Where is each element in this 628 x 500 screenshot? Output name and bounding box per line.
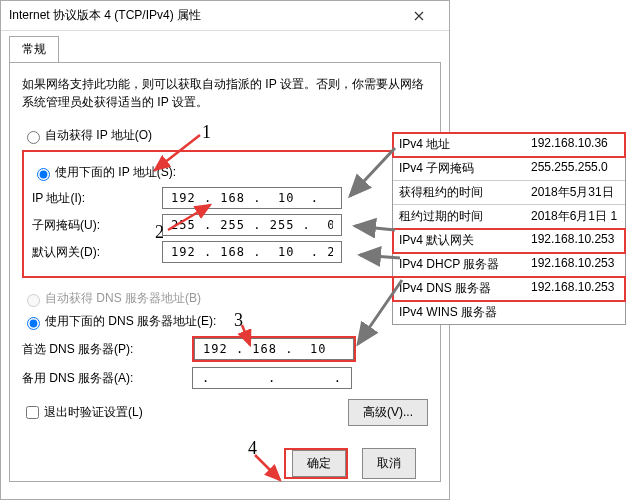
subnet-input[interactable] <box>162 214 342 236</box>
table-value: 192.168.10.36 <box>525 133 625 156</box>
dns-group: 首选 DNS 服务器(P): 备用 DNS 服务器(A): <box>22 336 428 389</box>
ip-manual-radio[interactable] <box>37 168 50 181</box>
tabs: 常规 <box>1 31 449 62</box>
table-row: IPv4 子网掩码255.255.255.0 <box>393 157 625 181</box>
footer-row: 退出时验证设置(L) 高级(V)... <box>22 399 428 426</box>
table-key: IPv4 DHCP 服务器 <box>393 253 525 276</box>
dns-manual-row[interactable]: 使用下面的 DNS 服务器地址(E): <box>22 313 428 330</box>
table-row: IPv4 WINS 服务器 <box>393 301 625 324</box>
ok-button-label: 确定 <box>307 456 331 470</box>
dns-alt-input[interactable] <box>192 367 352 389</box>
dns-auto-label: 自动获得 DNS 服务器地址(B) <box>45 290 201 307</box>
table-value: 2018年5月31日 <box>525 181 625 204</box>
dns-primary-input[interactable] <box>194 338 354 360</box>
table-value: 2018年6月1日 1 <box>525 205 625 228</box>
gateway-label: 默认网关(D): <box>32 244 162 261</box>
tab-general[interactable]: 常规 <box>9 36 59 63</box>
table-value: 192.168.10.253 <box>525 229 625 252</box>
advanced-button[interactable]: 高级(V)... <box>348 399 428 426</box>
network-info-table: IPv4 地址192.168.10.36IPv4 子网掩码255.255.255… <box>392 132 626 325</box>
table-value <box>525 301 625 324</box>
tab-body: 如果网络支持此功能，则可以获取自动指派的 IP 设置。否则，你需要从网络系统管理… <box>9 62 441 482</box>
ip-address-label: IP 地址(I): <box>32 190 162 207</box>
table-row: 获得租约的时间2018年5月31日 <box>393 181 625 205</box>
dns-manual-label: 使用下面的 DNS 服务器地址(E): <box>45 313 216 330</box>
ip-manual-group: 使用下面的 IP 地址(S): IP 地址(I): 子网掩码(U): 默认网关(… <box>22 150 428 278</box>
table-row: IPv4 默认网关192.168.10.253 <box>393 229 625 253</box>
dns-auto-radio <box>27 294 40 307</box>
ok-button[interactable]: 确定 <box>292 450 346 477</box>
ip-manual-label: 使用下面的 IP 地址(S): <box>55 164 176 181</box>
ok-cancel-row: 确定 取消 <box>284 448 416 479</box>
close-icon[interactable] <box>396 1 441 31</box>
tab-general-label: 常规 <box>22 42 46 56</box>
table-row: IPv4 地址192.168.10.36 <box>393 133 625 157</box>
dns-auto-row: 自动获得 DNS 服务器地址(B) <box>22 290 428 307</box>
dns-primary-label: 首选 DNS 服务器(P): <box>22 341 192 358</box>
table-key: 租约过期的时间 <box>393 205 525 228</box>
table-value: 255.255.255.0 <box>525 157 625 180</box>
ip-auto-radio[interactable] <box>27 131 40 144</box>
table-key: IPv4 默认网关 <box>393 229 525 252</box>
cancel-button[interactable]: 取消 <box>362 448 416 479</box>
validate-checkbox-row[interactable]: 退出时验证设置(L) <box>22 403 342 422</box>
table-row: 租约过期的时间2018年6月1日 1 <box>393 205 625 229</box>
validate-label: 退出时验证设置(L) <box>44 404 143 421</box>
ip-manual-row[interactable]: 使用下面的 IP 地址(S): <box>32 164 418 181</box>
cancel-button-label: 取消 <box>377 456 401 470</box>
window-title: Internet 协议版本 4 (TCP/IPv4) 属性 <box>9 7 396 24</box>
table-key: IPv4 地址 <box>393 133 525 156</box>
titlebar: Internet 协议版本 4 (TCP/IPv4) 属性 <box>1 1 449 31</box>
validate-checkbox[interactable] <box>26 406 39 419</box>
table-value: 192.168.10.253 <box>525 277 625 300</box>
ip-auto-row[interactable]: 自动获得 IP 地址(O) <box>22 127 428 144</box>
ipv4-properties-window: Internet 协议版本 4 (TCP/IPv4) 属性 常规 如果网络支持此… <box>0 0 450 500</box>
gateway-input[interactable] <box>162 241 342 263</box>
description-text: 如果网络支持此功能，则可以获取自动指派的 IP 设置。否则，你需要从网络系统管理… <box>22 75 428 111</box>
table-key: IPv4 子网掩码 <box>393 157 525 180</box>
advanced-button-label: 高级(V)... <box>363 405 413 419</box>
subnet-label: 子网掩码(U): <box>32 217 162 234</box>
table-row: IPv4 DHCP 服务器192.168.10.253 <box>393 253 625 277</box>
table-key: IPv4 DNS 服务器 <box>393 277 525 300</box>
ip-auto-label: 自动获得 IP 地址(O) <box>45 127 152 144</box>
ip-address-input[interactable] <box>162 187 342 209</box>
table-key: 获得租约的时间 <box>393 181 525 204</box>
table-key: IPv4 WINS 服务器 <box>393 301 525 324</box>
dns-alt-label: 备用 DNS 服务器(A): <box>22 370 192 387</box>
dns-manual-radio[interactable] <box>27 317 40 330</box>
table-row: IPv4 DNS 服务器192.168.10.253 <box>393 277 625 301</box>
table-value: 192.168.10.253 <box>525 253 625 276</box>
